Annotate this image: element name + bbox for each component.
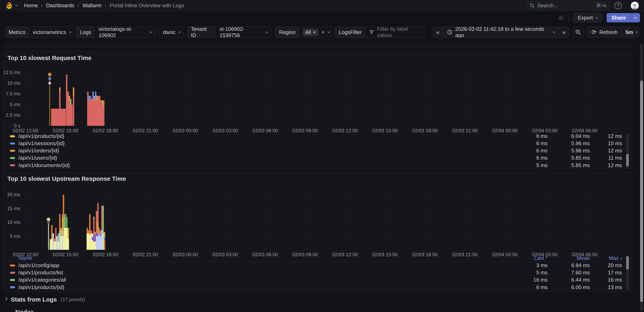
export-button[interactable]: Export: [573, 13, 602, 22]
y-axis-tick-label: 15 ms: [7, 206, 20, 211]
legend-sort-mean[interactable]: Mean: [548, 255, 590, 261]
row-expand-chevron-icon[interactable]: [4, 297, 8, 301]
logs-datasource-picker[interactable]: Logs victorialogs-st-106902: [76, 26, 156, 38]
clear-all-icon[interactable]: ×: [322, 30, 324, 35]
time-shift-forward-button[interactable]: »: [559, 27, 569, 38]
bar-segment: [66, 217, 68, 228]
lollipop-dot: [48, 73, 52, 76]
panel-title[interactable]: Top 10 slowest Upstream Response Time: [8, 175, 126, 182]
help-icon[interactable]: ?: [614, 2, 622, 9]
legend-series-name[interactable]: /api/v1/products/{id}: [18, 284, 64, 290]
timeseries-plot[interactable]: 0 s2.5 ms5 ms7.5 ms10 ms12.5 ms02/02 12:…: [23, 68, 623, 126]
legend-header-row: NameLast *MeanMax: [8, 255, 622, 262]
refresh-button[interactable]: ⟳ Refresh: [588, 27, 622, 38]
zoom-out-button[interactable]: [573, 26, 584, 38]
legend-sort-name[interactable]: Name: [18, 255, 32, 261]
bar-segment: [103, 101, 104, 106]
favorite-star-icon[interactable]: ☆: [558, 14, 564, 21]
search-input[interactable]: Search... ⌘+k: [526, 2, 610, 10]
gridline-horizontal: [23, 194, 623, 195]
legend-max-value: 20 ms: [590, 262, 622, 268]
timeseries-plot[interactable]: 5 ms10 ms15 ms20 ms02/02 12:0002/02 15:0…: [23, 188, 623, 250]
close-icon[interactable]: ×: [313, 30, 316, 35]
gridline-vertical: [145, 68, 146, 126]
zoom-out-icon: [575, 29, 581, 35]
breadcrumb-separator-icon: ›: [78, 2, 79, 9]
tenant-id-picker[interactable]: Tenant ID st-106902-1539756: [187, 26, 272, 38]
avatar[interactable]: [631, 2, 639, 10]
export-button-label: Export: [578, 15, 593, 21]
breadcrumb-home[interactable]: Home: [24, 2, 38, 9]
legend-series-name[interactable]: /api/v1/categories/all: [18, 277, 66, 283]
legend-row: /api/v1/products/{id}6 ms6.00 ms13 ms: [8, 284, 622, 291]
panel-title[interactable]: Top 10 slowest Request Time: [8, 54, 91, 62]
legend-sort-max[interactable]: Max: [590, 255, 622, 261]
logsfilter-control[interactable]: LogsFilter Filter by label values: [335, 26, 426, 38]
legend-scrollbar[interactable]: [626, 134, 629, 168]
grafana-logo-icon[interactable]: [5, 2, 13, 10]
nav-divider: [626, 2, 626, 9]
org-switcher-chevron-icon[interactable]: [15, 4, 18, 6]
legend-series-name[interactable]: /api/v1/orders/{id}: [18, 148, 59, 154]
environment-value: danic: [163, 29, 176, 36]
legend-last-value: 6 ms: [514, 155, 548, 161]
share-menu-button[interactable]: [631, 13, 640, 22]
gridline-vertical: [26, 188, 26, 250]
legend-mean-value: 6.94 ms: [548, 262, 590, 268]
row-stats-from-logs[interactable]: Stats from Logs (17 panels): [3, 295, 632, 304]
legend-series-name[interactable]: /api/v1/documents/{id}: [18, 162, 70, 168]
gridline-horizontal: [23, 222, 623, 222]
legend-mean-value: 5.96 ms: [548, 140, 590, 146]
region-chip-all[interactable]: All ×: [303, 28, 318, 36]
legend-series-name[interactable]: /api/v1/products/list: [18, 270, 63, 276]
legend-series-name[interactable]: /api/v1/users/{id}: [18, 155, 57, 161]
row-partial-bottom[interactable]: Nodes: [3, 308, 632, 312]
page-scrollbar-thumb[interactable]: [640, 80, 643, 302]
time-range-button[interactable]: 2026-02-02 11:42:18 to a few seconds ago: [443, 27, 559, 38]
legend-row: /api/v1/config/app3 ms6.94 ms20 ms: [8, 262, 622, 269]
clock-icon: [447, 30, 452, 35]
gridline-vertical: [305, 68, 305, 126]
legend-series-name[interactable]: /api/v1/sessions/{id}: [18, 140, 64, 146]
y-axis-tick-label: 5 ms: [10, 102, 20, 107]
gridline-vertical: [545, 188, 545, 250]
legend-mean-value: 5.85 ms: [548, 155, 590, 161]
chevron-down-icon: [553, 30, 555, 33]
logsfilter-label: LogsFilter: [335, 27, 365, 38]
lollipop-stem: [48, 220, 49, 250]
gridline-vertical: [225, 188, 226, 250]
legend-series-name[interactable]: /api/v1/products/{id}: [18, 133, 64, 139]
refresh-icon: ⟳: [592, 29, 596, 35]
bar-segment: [104, 240, 105, 250]
environment-picker[interactable]: danic: [159, 26, 184, 38]
refresh-interval-button[interactable]: 5m: [622, 27, 639, 38]
region-picker[interactable]: Region All × ×: [275, 26, 331, 38]
legend-row: /api/v1/users/{id}6 ms5.85 ms11 ms: [8, 154, 622, 162]
legend-scrollbar[interactable]: [626, 256, 629, 290]
legend-sort-last[interactable]: Last *: [514, 255, 548, 261]
time-shift-back-button[interactable]: «: [433, 27, 443, 38]
search-placeholder: Search...: [537, 2, 558, 9]
sort-desc-icon: [620, 257, 622, 260]
gridline-vertical: [265, 68, 266, 126]
page-scrollbar[interactable]: [640, 44, 643, 311]
legend-series-name[interactable]: /api/v1/config/app: [18, 262, 59, 268]
legend-last-value: 6 ms: [514, 284, 548, 290]
metrics-datasource-picker[interactable]: Metrics victoriametrics: [5, 26, 72, 38]
region-label: Region: [275, 27, 299, 38]
bar-segment: [104, 237, 105, 240]
share-button[interactable]: Share: [606, 13, 631, 22]
breadcrumb-dashboards[interactable]: Dashboards: [46, 2, 74, 9]
legend-chip-spacer: [10, 257, 15, 259]
logsfilter-placeholder: Filter by label values: [377, 26, 422, 38]
share-split-button: Share: [606, 13, 640, 22]
legend-row: /api/v1/sessions/{id}6 ms5.96 ms10 ms: [8, 140, 622, 147]
legend-series-color: [10, 264, 15, 266]
y-axis-tick-label: 5 ms: [10, 233, 20, 239]
legend-last-value: 5 ms: [514, 162, 548, 168]
legend-series-color: [10, 157, 15, 159]
breadcrumb-folder[interactable]: Wallarm: [82, 2, 102, 9]
refresh-picker: ⟳ Refresh 5m: [587, 26, 639, 38]
variables-bar: Metrics victoriametrics Logs victorialog…: [0, 24, 644, 42]
bar-segment: [73, 96, 74, 126]
